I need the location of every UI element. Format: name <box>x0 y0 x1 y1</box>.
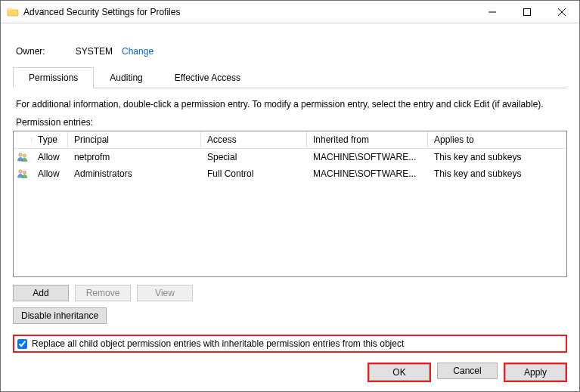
tabs: Permissions Auditing Effective Access <box>13 67 567 88</box>
window-title: Advanced Security Settings for Profiles <box>23 7 180 17</box>
cell-applies: This key and subkeys <box>428 150 566 165</box>
apply-button[interactable]: Apply <box>505 364 566 381</box>
users-icon <box>14 149 32 165</box>
replace-children-label: Replace all child object permission entr… <box>32 338 404 349</box>
svg-point-4 <box>23 171 26 174</box>
info-text: For additional information, double-click… <box>13 88 567 117</box>
cell-type: Allow <box>32 150 68 165</box>
ok-button[interactable]: OK <box>369 364 430 381</box>
replace-children-row[interactable]: Replace all child object permission entr… <box>13 335 567 353</box>
cell-access: Special <box>201 150 307 165</box>
maximize-button[interactable] <box>510 1 544 23</box>
table-row[interactable]: AllownetprofmSpecialMACHINE\SOFTWARE...T… <box>14 149 566 165</box>
replace-children-checkbox[interactable] <box>17 339 27 349</box>
table-row[interactable]: AllowAdministratorsFull ControlMACHINE\S… <box>14 165 566 182</box>
cell-principal: netprofm <box>68 150 201 165</box>
remove-button: Remove <box>75 285 131 301</box>
entries-label: Permission entries: <box>13 117 567 131</box>
cell-applies: This key and subkeys <box>428 166 566 181</box>
entry-buttons: Add Remove View <box>13 277 567 307</box>
svg-rect-0 <box>524 8 531 15</box>
tab-permissions[interactable]: Permissions <box>13 67 94 88</box>
tab-auditing[interactable]: Auditing <box>94 67 158 88</box>
disable-inheritance-button[interactable]: Disable inheritance <box>13 307 107 324</box>
view-button: View <box>137 285 193 301</box>
dialog-body: Owner: SYSTEM Change Permissions Auditin… <box>1 23 579 353</box>
cell-access: Full Control <box>201 166 307 181</box>
add-button[interactable]: Add <box>13 285 69 301</box>
minimize-button[interactable] <box>475 1 510 23</box>
svg-point-2 <box>23 154 26 157</box>
col-principal[interactable]: Principal <box>68 131 201 148</box>
inherit-buttons: Disable inheritance <box>13 307 567 330</box>
users-icon <box>14 165 32 182</box>
cell-inherited: MACHINE\SOFTWARE... <box>307 166 428 181</box>
svg-point-3 <box>19 170 23 174</box>
col-access[interactable]: Access <box>201 131 307 148</box>
owner-row: Owner: SYSTEM Change <box>13 32 567 67</box>
col-icon[interactable] <box>14 137 32 142</box>
cell-principal: Administrators <box>68 166 201 181</box>
cancel-button[interactable]: Cancel <box>437 363 498 379</box>
permission-grid[interactable]: Type Principal Access Inherited from App… <box>13 131 567 277</box>
ok-highlight: OK <box>368 363 431 382</box>
cell-inherited: MACHINE\SOFTWARE... <box>307 150 428 165</box>
cell-type: Allow <box>32 166 68 181</box>
svg-point-1 <box>19 153 23 157</box>
grid-header: Type Principal Access Inherited from App… <box>14 131 566 149</box>
owner-label: Owner: <box>16 46 45 57</box>
close-button[interactable] <box>544 1 579 23</box>
col-type[interactable]: Type <box>32 131 68 148</box>
folder-icon <box>7 6 19 18</box>
apply-highlight: Apply <box>504 363 567 382</box>
security-dialog: Advanced Security Settings for Profiles … <box>0 0 580 392</box>
change-owner-link[interactable]: Change <box>122 46 154 57</box>
col-inherited[interactable]: Inherited from <box>307 131 428 148</box>
col-applies[interactable]: Applies to <box>428 131 566 148</box>
owner-value: SYSTEM <box>76 46 113 57</box>
tab-effective-access[interactable]: Effective Access <box>159 67 256 88</box>
titlebar: Advanced Security Settings for Profiles <box>1 1 579 23</box>
dialog-footer: OK Cancel Apply <box>1 353 579 391</box>
